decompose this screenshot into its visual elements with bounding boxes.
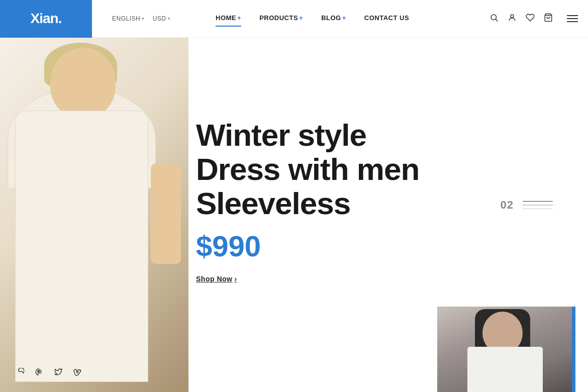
svg-point-2 bbox=[511, 15, 514, 18]
usd-chevron-icon: ▾ bbox=[168, 16, 171, 21]
header-icons bbox=[489, 13, 578, 25]
logo[interactable]: Xian. bbox=[0, 0, 92, 38]
hero-image bbox=[0, 38, 188, 392]
heart-icon[interactable] bbox=[526, 13, 535, 25]
hamburger-menu[interactable] bbox=[567, 15, 578, 22]
hero-title: Winter style Dress with men Sleeveless bbox=[196, 118, 457, 221]
svg-line-1 bbox=[496, 19, 498, 21]
cart-icon[interactable] bbox=[544, 13, 553, 25]
currency-selector[interactable]: USD ▾ bbox=[153, 15, 170, 22]
skype-icon[interactable] bbox=[15, 367, 25, 377]
search-icon[interactable] bbox=[489, 13, 499, 25]
slide-line-3 bbox=[523, 209, 553, 210]
header-middle: ENGLISH ▾ USD ▾ HOME+ PRODUCTS+ BLOG+ CO… bbox=[112, 14, 409, 24]
lang-chevron-icon: ▾ bbox=[142, 16, 145, 21]
nav-item-home[interactable]: HOME+ bbox=[216, 14, 241, 24]
nav-item-blog[interactable]: BLOG+ bbox=[321, 14, 346, 24]
nav-item-contact[interactable]: CONTACT US bbox=[364, 14, 409, 24]
language-selector[interactable]: ENGLISH ▾ bbox=[112, 15, 145, 22]
thumbnail-accent-bar bbox=[572, 307, 575, 392]
arrow-icon: › bbox=[234, 275, 237, 283]
main-nav: HOME+ PRODUCTS+ BLOG+ CONTACT US bbox=[216, 14, 409, 24]
slide-line-1 bbox=[523, 201, 553, 202]
hero-content: Winter style Dress with men Sleeveless $… bbox=[196, 118, 457, 283]
lang-currency: ENGLISH ▾ USD ▾ bbox=[112, 15, 170, 22]
shop-now-button[interactable]: Shop Now › bbox=[196, 275, 237, 283]
slide-number: 02 bbox=[501, 199, 514, 212]
slide-line-2 bbox=[523, 205, 553, 206]
slide-indicator: 02 bbox=[501, 199, 553, 212]
twitter-icon[interactable] bbox=[53, 367, 63, 377]
hero-thumbnail[interactable] bbox=[437, 307, 588, 392]
pinterest-icon[interactable] bbox=[34, 367, 44, 377]
svg-point-0 bbox=[491, 15, 497, 20]
user-icon[interactable] bbox=[508, 13, 517, 25]
social-icons bbox=[15, 367, 82, 377]
logo-text: Xian. bbox=[31, 11, 62, 27]
hero-section: Winter style Dress with men Sleeveless $… bbox=[0, 38, 588, 392]
nav-item-products[interactable]: PRODUCTS+ bbox=[259, 14, 303, 24]
slide-lines bbox=[523, 201, 553, 210]
vimeo-icon[interactable] bbox=[72, 367, 82, 377]
hero-price: $990 bbox=[196, 229, 457, 263]
header: Xian. ENGLISH ▾ USD ▾ HOME+ PRODUCTS+ BL… bbox=[0, 0, 588, 38]
